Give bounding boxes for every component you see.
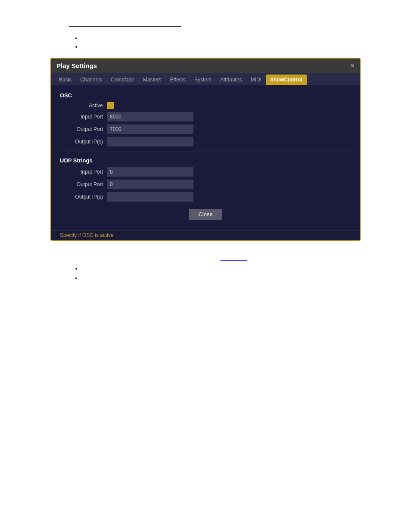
osc-output-ip-row: Output IP(s): [60, 137, 351, 146]
udp-section-title: UDP Strings: [60, 157, 351, 164]
tab-basic[interactable]: Basic: [55, 75, 76, 85]
osc-output-port-row: Output Port: [60, 124, 351, 134]
top-bullet-list: [82, 34, 377, 50]
dialog-tabs: Basic Channels Crossfade Masters Effects…: [51, 73, 360, 85]
tab-attributes[interactable]: Attributes: [216, 75, 246, 85]
dialog-titlebar: Play Settings ×: [51, 59, 360, 73]
osc-input-port-row: Input Port: [60, 112, 351, 121]
page-content: Play Settings × Basic Channels Crossfade…: [0, 0, 411, 301]
udp-output-port-field[interactable]: [107, 180, 193, 189]
osc-output-port-field[interactable]: [107, 124, 193, 134]
bullet-item-2: [82, 43, 377, 50]
udp-input-port-row: Input Port: [60, 167, 351, 177]
close-button[interactable]: Close: [189, 209, 222, 220]
osc-output-ip-label: Output IP(s): [60, 139, 103, 145]
top-divider: [69, 26, 181, 27]
bottom-paragraph: ________: [34, 254, 377, 261]
dialog-body: OSC Active Input Port Output Port Output…: [51, 85, 360, 230]
osc-section-title: OSC: [60, 92, 351, 99]
udp-output-ip-field[interactable]: [107, 192, 193, 202]
udp-output-port-row: Output Port: [60, 180, 351, 189]
udp-output-port-label: Output Port: [60, 181, 103, 187]
osc-active-row: Active: [60, 102, 351, 109]
bullet-item-1: [82, 34, 377, 41]
bottom-bullet-item-2: [82, 274, 377, 281]
bottom-bullet-list: [82, 265, 377, 281]
osc-active-checkbox[interactable]: [107, 102, 114, 109]
bottom-bullet-item-1: [82, 265, 377, 272]
osc-input-port-field[interactable]: [107, 112, 193, 121]
status-text: Specify if OSC is active: [60, 232, 114, 238]
tab-effects[interactable]: Effects: [165, 75, 190, 85]
play-settings-dialog: Play Settings × Basic Channels Crossfade…: [50, 58, 361, 241]
tab-masters[interactable]: Masters: [139, 75, 166, 85]
status-bar: Specify if OSC is active: [51, 230, 360, 240]
osc-active-label: Active: [60, 103, 103, 109]
udp-input-port-field[interactable]: [107, 167, 193, 177]
osc-output-ip-field[interactable]: [107, 137, 193, 146]
dialog-close-button[interactable]: ×: [351, 62, 355, 69]
tab-showcontrol[interactable]: ShowControl: [266, 75, 307, 85]
tab-crossfade[interactable]: Crossfade: [106, 75, 139, 85]
osc-input-port-label: Input Port: [60, 114, 103, 120]
tab-system[interactable]: System: [190, 75, 216, 85]
bottom-section: ________: [34, 254, 377, 281]
bottom-link[interactable]: ________: [221, 254, 247, 261]
tab-midi[interactable]: MIDI: [246, 75, 266, 85]
udp-output-ip-row: Output IP(s): [60, 192, 351, 202]
section-divider: [60, 152, 351, 152]
tab-channels[interactable]: Channels: [76, 75, 106, 85]
udp-output-ip-label: Output IP(s): [60, 194, 103, 200]
dialog-footer: Close: [60, 205, 351, 226]
udp-input-port-label: Input Port: [60, 169, 103, 175]
dialog-title: Play Settings: [56, 62, 97, 69]
osc-output-port-label: Output Port: [60, 126, 103, 132]
